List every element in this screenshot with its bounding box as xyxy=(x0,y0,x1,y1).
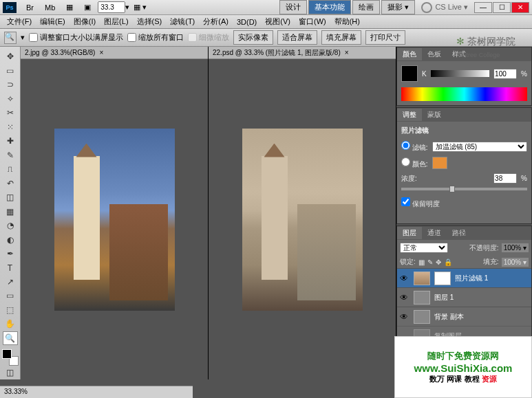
crop-tool[interactable]: ✂ xyxy=(3,106,18,120)
eyedropper-tool[interactable]: ⁙ xyxy=(3,120,18,133)
actual-pixels-button[interactable]: 实际像素 xyxy=(233,30,273,45)
cslive-button[interactable]: CS Live ▾ xyxy=(421,2,468,13)
menu-filter[interactable]: 滤镜(T) xyxy=(166,15,199,28)
lock-pixels-icon[interactable]: ✎ xyxy=(427,258,433,266)
pen-tool[interactable]: ✒ xyxy=(3,247,18,261)
type-tool[interactable]: T xyxy=(3,261,18,274)
marquee-tool[interactable]: ▭ xyxy=(3,63,18,77)
blend-mode-select[interactable]: 正常 xyxy=(400,243,448,253)
arrange-button[interactable]: ▣ xyxy=(80,1,95,13)
zoom-level-input[interactable] xyxy=(98,1,125,13)
density-slider[interactable] xyxy=(401,188,527,190)
dodge-tool[interactable]: ◐ xyxy=(3,232,18,246)
tab-adjustments[interactable]: 调整 xyxy=(397,109,422,121)
gradient-tool[interactable]: ▦ xyxy=(3,204,18,218)
tab-color[interactable]: 颜色 xyxy=(397,48,422,60)
menu-3d[interactable]: 3D(D) xyxy=(233,16,261,27)
resize-windows-checkbox[interactable]: 调整窗口大小以满屏显示 xyxy=(29,32,123,43)
3d-tool[interactable]: ⬚ xyxy=(3,303,18,317)
filter-radio[interactable]: 滤镜: xyxy=(401,141,428,153)
document-tab-right[interactable]: 22.psd @ 33.3% (照片滤镜 1, 图层蒙版/8) × xyxy=(209,47,396,59)
k-slider[interactable] xyxy=(431,70,489,77)
eraser-tool[interactable]: ◫ xyxy=(3,190,18,204)
view-extras-button[interactable]: ▦ ▾ xyxy=(129,1,151,13)
quickmask-button[interactable]: ◫ xyxy=(3,366,18,379)
document-tab-left[interactable]: 2.jpg @ 33.3%(RGB/8) × xyxy=(21,47,208,59)
wand-tool[interactable]: ✧ xyxy=(3,91,18,105)
menu-help[interactable]: 帮助(H) xyxy=(330,15,364,28)
tab-styles[interactable]: 样式 xyxy=(447,48,471,60)
fill-screen-button[interactable]: 填充屏幕 xyxy=(321,30,361,45)
spectrum-bar[interactable] xyxy=(401,87,527,101)
scrubby-zoom-checkbox[interactable]: 细微缩放 xyxy=(188,32,229,43)
menu-select[interactable]: 选择(S) xyxy=(133,15,167,28)
lasso-tool[interactable]: ⊃ xyxy=(3,78,18,91)
color-swatch[interactable] xyxy=(401,65,418,82)
density-input[interactable] xyxy=(493,173,517,184)
menu-view[interactable]: 视图(V) xyxy=(261,15,295,28)
menu-layer[interactable]: 图层(L) xyxy=(100,15,132,28)
status-zoom[interactable]: 33.33% xyxy=(4,388,28,395)
fill-value[interactable]: 100% ▾ xyxy=(502,258,529,267)
layer-row[interactable]: 👁 背景 副本 xyxy=(397,307,531,326)
lock-position-icon[interactable]: ✥ xyxy=(436,258,441,266)
filter-color-swatch[interactable] xyxy=(432,157,447,169)
color-swatches[interactable] xyxy=(2,349,19,365)
lock-all-icon[interactable]: 🔒 xyxy=(444,258,452,266)
tab-channels[interactable]: 通道 xyxy=(422,227,447,239)
healing-tool[interactable]: ✚ xyxy=(3,134,18,148)
hand-tool[interactable]: ✋ xyxy=(3,317,18,331)
tab-swatches[interactable]: 色板 xyxy=(422,48,447,60)
shape-tool[interactable]: ▭ xyxy=(3,289,18,302)
print-size-button[interactable]: 打印尺寸 xyxy=(365,30,405,45)
mask-thumbnail[interactable] xyxy=(434,272,451,285)
filter-select[interactable]: 加温滤镜 (85) xyxy=(432,142,527,152)
fit-screen-button[interactable]: 适合屏幕 xyxy=(277,30,317,45)
bridge-button[interactable]: Br xyxy=(22,2,38,13)
menu-edit[interactable]: 编辑(E) xyxy=(36,15,70,28)
menu-file[interactable]: 文件(F) xyxy=(3,15,36,28)
menu-analysis[interactable]: 分析(A) xyxy=(199,15,233,28)
path-tool[interactable]: ↗ xyxy=(3,275,18,289)
minimize-button[interactable]: — xyxy=(474,2,492,13)
workspace-paint[interactable]: 绘画 xyxy=(352,0,380,14)
close-tab-icon[interactable]: × xyxy=(99,49,103,56)
document-canvas-right[interactable]: 🔍 xyxy=(209,59,396,379)
layer-row[interactable]: 👁 照片滤镜 1 xyxy=(397,268,531,287)
layer-thumbnail[interactable] xyxy=(414,272,430,285)
menu-image[interactable]: 图像(I) xyxy=(70,15,100,28)
brush-tool[interactable]: ✎ xyxy=(3,148,18,162)
stamp-tool[interactable]: ⎍ xyxy=(3,162,18,176)
layer-thumbnail[interactable] xyxy=(414,310,430,324)
blur-tool[interactable]: ◔ xyxy=(3,219,18,232)
color-radio[interactable]: 颜色: xyxy=(401,157,428,169)
tab-layers[interactable]: 图层 xyxy=(397,227,422,239)
maximize-button[interactable]: ☐ xyxy=(493,2,511,13)
menu-window[interactable]: 窗口(W) xyxy=(295,15,330,28)
minibridge-button[interactable]: Mb xyxy=(41,2,59,13)
opacity-value[interactable]: 100% ▾ xyxy=(502,243,529,252)
tab-paths[interactable]: 路径 xyxy=(447,227,471,239)
tab-masks[interactable]: 蒙版 xyxy=(422,109,447,121)
layer-name[interactable]: 背景 副本 xyxy=(434,312,464,322)
visibility-icon[interactable]: 👁 xyxy=(400,293,409,302)
layer-thumbnail[interactable] xyxy=(414,291,430,305)
layer-name[interactable]: 图层 1 xyxy=(434,293,454,302)
visibility-icon[interactable]: 👁 xyxy=(400,312,409,322)
preserve-luminosity-checkbox[interactable]: 保留明度 xyxy=(401,200,440,208)
visibility-icon[interactable]: 👁 xyxy=(400,274,409,283)
lock-transparent-icon[interactable]: ▦ xyxy=(418,258,425,266)
zoom-tool[interactable]: 🔍 xyxy=(3,331,18,345)
current-tool-icon[interactable]: 🔍 xyxy=(4,32,17,44)
workspace-basic[interactable]: 基本功能 xyxy=(308,0,351,14)
k-value-input[interactable] xyxy=(493,69,517,79)
layer-row[interactable]: 👁 图层 1 xyxy=(397,287,531,307)
layer-name[interactable]: 照片滤镜 1 xyxy=(455,274,488,283)
workspace-design[interactable]: 设计 xyxy=(279,0,307,14)
screen-mode-button[interactable]: ▦ xyxy=(62,1,77,13)
document-canvas-left[interactable] xyxy=(21,59,208,379)
workspace-photo[interactable]: 摄影 ▾ xyxy=(381,0,415,14)
move-tool[interactable]: ✥ xyxy=(3,49,18,63)
foreground-color-swatch[interactable] xyxy=(2,349,12,359)
close-button[interactable]: ✕ xyxy=(511,2,529,13)
